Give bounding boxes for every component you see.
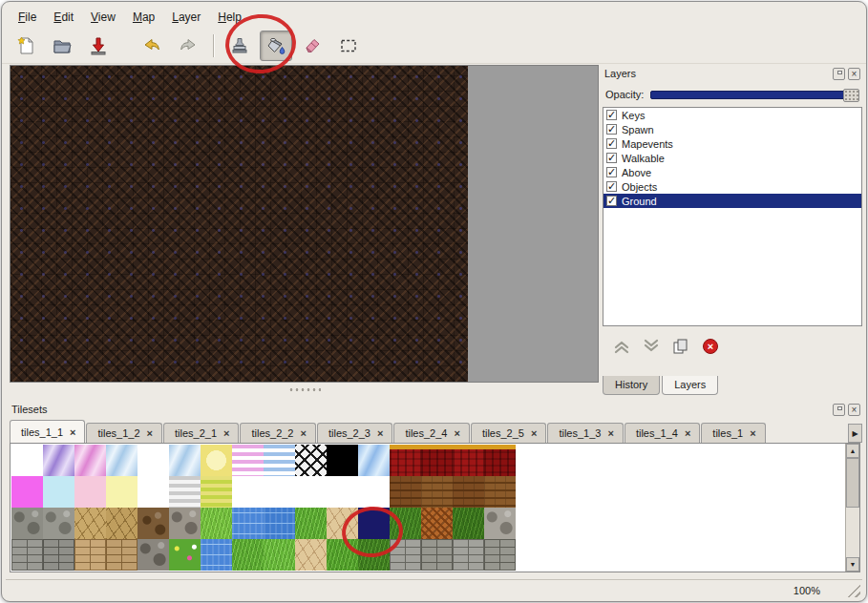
palette-tile[interactable] [169, 476, 201, 508]
palette-tile[interactable] [484, 508, 516, 539]
palette-tile[interactable] [138, 445, 169, 476]
palette-tile[interactable] [327, 445, 358, 476]
layer-visibility-checkbox[interactable]: ✓ [606, 138, 617, 149]
palette-tile[interactable] [169, 445, 201, 476]
palette-tile[interactable] [201, 508, 232, 539]
layer-row-mapevents[interactable]: ✓Mapevents [603, 136, 861, 151]
palette-tile[interactable] [390, 508, 421, 539]
redo-button[interactable] [172, 31, 204, 61]
map-viewport[interactable] [10, 65, 599, 383]
tab-close-icon[interactable]: × [531, 427, 537, 439]
tileset-tab-tiles_2_4[interactable]: tiles_2_4× [393, 423, 469, 443]
menu-help[interactable]: Help [209, 9, 250, 26]
scrollbar-thumb[interactable] [846, 458, 859, 508]
layer-visibility-checkbox[interactable]: ✓ [606, 196, 617, 206]
palette-tile[interactable] [138, 539, 169, 571]
map-canvas[interactable] [11, 66, 468, 382]
tab-close-icon[interactable]: × [685, 427, 690, 439]
palette-tile[interactable] [11, 508, 43, 539]
palette-tile[interactable] [295, 539, 327, 571]
palette-tile[interactable] [74, 508, 106, 539]
palette-tile[interactable] [43, 445, 74, 476]
palette-tile[interactable] [484, 445, 516, 476]
palette-tile[interactable] [169, 539, 201, 571]
palette-tile[interactable] [232, 476, 264, 508]
palette-tile[interactable] [169, 508, 201, 539]
palette-scrollbar[interactable]: ▲ ▼ [845, 444, 859, 572]
palette-tile[interactable] [11, 539, 43, 571]
tab-close-icon[interactable]: × [377, 427, 383, 439]
layer-visibility-checkbox[interactable]: ✓ [606, 124, 617, 135]
dock-tab-layers[interactable]: Layers [662, 376, 718, 395]
palette-tile[interactable] [390, 539, 421, 571]
palette-tile[interactable] [484, 476, 516, 508]
new-map-button[interactable] [10, 31, 42, 61]
palette-tile[interactable] [201, 476, 232, 508]
tab-close-icon[interactable]: × [223, 427, 229, 439]
palette-tile[interactable] [358, 539, 390, 571]
resize-grip[interactable] [847, 584, 860, 597]
menu-edit[interactable]: Edit [45, 9, 82, 26]
tab-scroll-right-button[interactable]: ▶ [848, 424, 862, 443]
fill-tool-button[interactable] [260, 31, 292, 61]
move-layer-down-button[interactable] [641, 336, 662, 357]
palette-tile[interactable] [453, 539, 484, 571]
select-tool-button[interactable] [332, 31, 365, 61]
layer-visibility-checkbox[interactable]: ✓ [606, 153, 617, 163]
eraser-tool-button[interactable] [296, 31, 328, 61]
tileset-tab-tiles_1_4[interactable]: tiles_1_4× [625, 423, 700, 443]
palette-tile[interactable] [74, 476, 106, 508]
tileset-tab-tiles_2_1[interactable]: tiles_2_1× [163, 423, 239, 443]
palette-tile[interactable] [74, 539, 106, 571]
palette-tile[interactable] [106, 445, 138, 476]
duplicate-layer-button[interactable] [670, 336, 691, 357]
palette-tile[interactable] [264, 476, 295, 508]
move-layer-up-button[interactable] [611, 336, 632, 357]
undo-button[interactable] [136, 31, 168, 61]
palette-tile[interactable] [358, 445, 390, 476]
layer-row-spawn[interactable]: ✓Spawn [603, 122, 861, 136]
palette-tile-navy-circled[interactable] [358, 508, 390, 539]
menu-map[interactable]: Map [124, 9, 163, 26]
palette-tile[interactable] [327, 508, 358, 539]
tileset-tab-tiles_1_1[interactable]: tiles_1_1× [10, 420, 85, 443]
palette-tile[interactable] [453, 476, 484, 508]
open-button[interactable] [46, 31, 78, 61]
tab-close-icon[interactable]: × [607, 427, 613, 439]
float-panel-icon[interactable] [833, 68, 845, 80]
palette-tile[interactable] [453, 508, 484, 539]
palette-tile[interactable] [327, 539, 358, 571]
stamp-tool-button[interactable] [223, 31, 256, 61]
layer-row-above[interactable]: ✓Above [603, 165, 861, 179]
tileset-tab-tiles_2_5[interactable]: tiles_2_5× [471, 423, 546, 443]
float-panel-icon[interactable] [833, 404, 845, 416]
menu-view[interactable]: View [82, 9, 124, 26]
tab-close-icon[interactable]: × [750, 427, 755, 439]
palette-tile[interactable] [295, 476, 327, 508]
palette-tile[interactable] [295, 445, 327, 476]
palette-tile[interactable] [421, 508, 453, 539]
tileset-tab-tiles_1[interactable]: tiles_1× [701, 423, 765, 443]
scroll-up-icon[interactable]: ▲ [846, 444, 859, 458]
palette-tile[interactable] [43, 539, 74, 571]
dock-splitter[interactable] [10, 385, 599, 394]
palette-tile[interactable] [11, 445, 43, 476]
tileset-tab-tiles_1_2[interactable]: tiles_1_2× [86, 423, 161, 443]
palette-tile[interactable] [358, 476, 390, 508]
palette-tile[interactable] [106, 508, 138, 539]
palette-tile[interactable] [106, 476, 138, 508]
palette-tile[interactable] [421, 476, 453, 508]
palette-tile[interactable] [421, 539, 453, 571]
palette-tile[interactable] [201, 539, 232, 571]
palette-tile[interactable] [390, 445, 421, 476]
dock-tab-history[interactable]: History [603, 376, 660, 395]
palette-tile[interactable] [295, 508, 327, 539]
tab-close-icon[interactable]: × [301, 427, 307, 439]
opacity-slider-handle[interactable] [843, 89, 859, 102]
tab-close-icon[interactable]: × [70, 426, 75, 438]
palette-tile[interactable] [43, 508, 74, 539]
delete-layer-button[interactable]: × [700, 336, 721, 357]
palette-tile[interactable] [232, 508, 264, 539]
palette-tile[interactable] [421, 445, 453, 476]
layer-row-walkable[interactable]: ✓Walkable [603, 151, 861, 165]
